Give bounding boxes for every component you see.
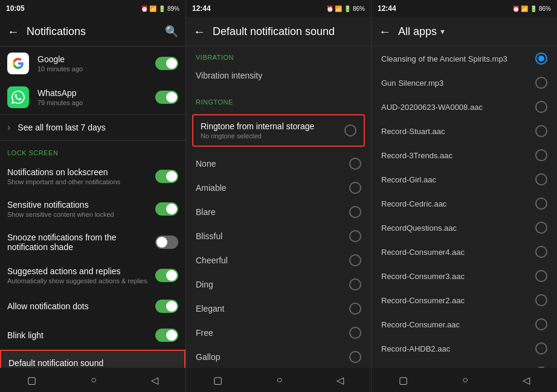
sensitive-toggle[interactable] — [155, 202, 178, 216]
file-name-9: Record-Consumer3.aac — [381, 272, 465, 281]
file-radio-5[interactable] — [535, 173, 547, 185]
app-item-whatsapp[interactable]: WhatsApp 79 minutes ago — [0, 80, 185, 114]
default-sound-title: Default notification sound — [8, 358, 177, 368]
file-item-0[interactable]: Cleansing of the Ancient Spirits.mp3 — [372, 47, 557, 71]
file-radio-8[interactable] — [535, 246, 547, 258]
setting-sub: Show important and other notifications — [7, 178, 148, 185]
notifications-lockscreen-toggle[interactable] — [155, 170, 178, 183]
file-item-11[interactable]: Record-Consumer.aac — [372, 312, 557, 336]
file-item-7[interactable]: RecordQuestions.aac — [372, 216, 557, 240]
back-icon-middle[interactable]: ← — [193, 25, 205, 39]
back-icon-right[interactable]: ← — [379, 25, 391, 39]
setting-suggested-actions[interactable]: Suggested actions and replies Automatica… — [0, 259, 185, 292]
setting-sub: Show sensitive content when locked — [7, 211, 148, 218]
nav-square-middle[interactable]: ▢ — [213, 374, 222, 386]
nav-circle-left[interactable]: ○ — [91, 374, 97, 385]
whatsapp-app-info: WhatsApp 79 minutes ago — [37, 88, 147, 106]
setting-title: Suggested actions and replies — [7, 266, 148, 276]
none-radio[interactable] — [349, 158, 361, 170]
file-item-4[interactable]: Record-3Trends.aac — [372, 143, 557, 167]
file-radio-6[interactable] — [535, 198, 547, 210]
ringtone-blissful[interactable]: Blissful — [186, 224, 371, 248]
file-item-2[interactable]: AUD-20200623-WA0008.aac — [372, 95, 557, 119]
bottom-nav-right: ▢ ○ ◁ — [372, 368, 557, 392]
ringtone-storage-radio[interactable] — [344, 124, 356, 137]
file-radio-0[interactable] — [535, 53, 547, 65]
nav-circle-right[interactable]: ○ — [462, 374, 468, 385]
blissful-radio[interactable] — [349, 230, 361, 242]
setting-allow-dots[interactable]: Allow notification dots — [0, 292, 185, 321]
nav-square-left[interactable]: ▢ — [27, 374, 36, 386]
file-radio-10[interactable] — [535, 294, 547, 306]
nav-back-left[interactable]: ◁ — [151, 374, 158, 386]
ringtone-amiable[interactable]: Amiable — [186, 176, 371, 200]
search-icon-left[interactable]: 🔍 — [165, 25, 178, 38]
file-item-8[interactable]: Record-Consumer4.aac — [372, 240, 557, 264]
file-radio-4[interactable] — [535, 149, 547, 161]
ringtone-ding[interactable]: Ding — [186, 272, 371, 297]
see-all-item[interactable]: › See all from last 7 days — [0, 114, 185, 141]
file-name-0: Cleansing of the Ancient Spirits.mp3 — [381, 54, 507, 63]
ringtone-blare-label: Blare — [196, 207, 216, 217]
snooze-toggle[interactable] — [155, 236, 178, 249]
setting-default-sound[interactable]: Default notification sound Elegant — [0, 350, 185, 368]
whatsapp-icon — [7, 86, 29, 108]
suggested-toggle[interactable] — [155, 269, 178, 282]
file-item-6[interactable]: Record-Cedric.aac — [372, 191, 557, 216]
file-radio-7[interactable] — [535, 222, 547, 234]
file-radio-2[interactable] — [535, 101, 547, 113]
cheerful-radio[interactable] — [349, 254, 361, 266]
setting-snooze[interactable]: Snooze notifications from the notificati… — [0, 225, 185, 259]
setting-notifications-lockscreen[interactable]: Notifications on lockscreen Show importa… — [0, 160, 185, 193]
file-radio-11[interactable] — [535, 318, 547, 330]
ringtone-from-storage[interactable]: Ringtone from internal storage No ringto… — [192, 114, 365, 147]
dots-toggle[interactable] — [155, 300, 178, 313]
ding-radio[interactable] — [349, 278, 361, 291]
ringtone-elegant[interactable]: Elegant — [186, 297, 371, 321]
file-radio-3[interactable] — [535, 125, 547, 137]
ringtone-blare[interactable]: Blare — [186, 200, 371, 224]
ringtone-free[interactable]: Free — [186, 321, 371, 345]
google-toggle[interactable] — [155, 57, 178, 70]
file-item-1[interactable]: Gun Silencer.mp3 — [372, 71, 557, 95]
file-item-5[interactable]: Record-Girl.aac — [372, 167, 557, 191]
whatsapp-toggle[interactable] — [155, 91, 178, 104]
ringtone-storage-title: Ringtone from internal storage — [201, 121, 314, 131]
bottom-nav-left: ▢ ○ ◁ — [0, 368, 185, 392]
ringtone-gallop[interactable]: Gallop — [186, 345, 371, 368]
elegant-radio[interactable] — [349, 303, 361, 315]
file-name-6: Record-Cedric.aac — [381, 199, 446, 208]
nav-square-right[interactable]: ▢ — [399, 374, 408, 386]
file-item-13[interactable]: Record-AHDB.aac — [372, 361, 557, 368]
file-item-9[interactable]: Record-Consumer3.aac — [372, 264, 557, 288]
file-item-10[interactable]: Record-Consumer2.aac — [372, 288, 557, 312]
setting-title: Notifications on lockscreen — [7, 167, 148, 177]
back-icon-left[interactable]: ← — [7, 25, 19, 39]
nav-back-middle[interactable]: ◁ — [336, 374, 344, 386]
file-item-3[interactable]: Record-Stuart.aac — [372, 119, 557, 143]
setting-title: Allow notification dots — [7, 301, 148, 311]
amiable-radio[interactable] — [349, 182, 361, 194]
file-name-2: AUD-20200623-WA0008.aac — [381, 103, 483, 112]
nav-back-right[interactable]: ◁ — [523, 374, 530, 386]
gallop-radio[interactable] — [349, 351, 361, 363]
whatsapp-app-time: 79 minutes ago — [37, 99, 147, 106]
app-item-google[interactable]: Google 10 minutes ago — [0, 47, 185, 80]
file-radio-1[interactable] — [535, 77, 547, 89]
file-item-12[interactable]: Record-AHDB2.aac — [372, 336, 557, 361]
file-radio-12[interactable] — [535, 342, 547, 355]
top-bar-right: ← All apps ▾ — [372, 17, 557, 46]
ringtone-none[interactable]: None — [186, 152, 371, 176]
nav-circle-middle[interactable]: ○ — [277, 374, 283, 385]
vibration-intensity-row[interactable]: Vibration intensity — [186, 65, 371, 91]
status-icons-right: ⏰ 📶 🔋 86% — [512, 5, 551, 12]
setting-title: Snooze notifications from the notificati… — [7, 233, 148, 252]
setting-blink-light[interactable]: Blink light — [0, 321, 185, 350]
setting-sensitive[interactable]: Sensitive notifications Show sensitive c… — [0, 193, 185, 225]
ringtone-cheerful[interactable]: Cheerful — [186, 248, 371, 272]
blare-radio[interactable] — [349, 206, 361, 218]
free-radio[interactable] — [349, 327, 361, 339]
file-radio-9[interactable] — [535, 270, 547, 282]
blink-toggle[interactable] — [155, 329, 178, 342]
all-apps-dropdown[interactable]: All apps ▾ — [398, 25, 445, 38]
